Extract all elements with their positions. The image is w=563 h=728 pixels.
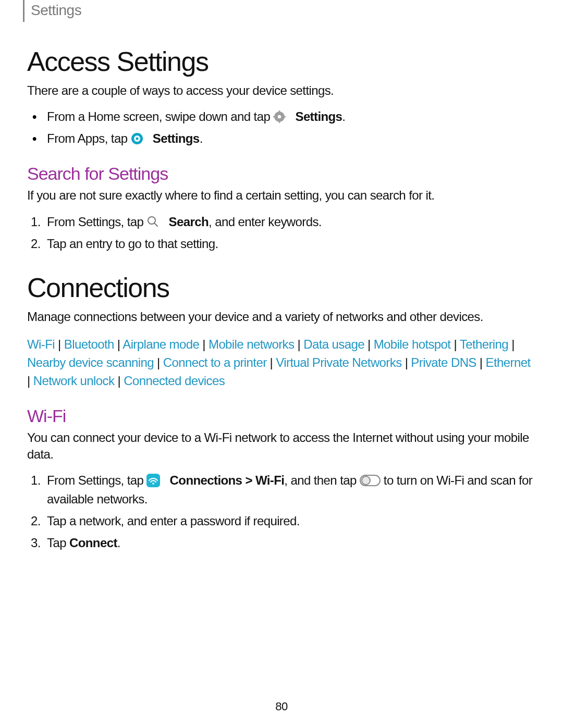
connection-link[interactable]: Network unlock (33, 374, 115, 388)
intro-access-settings: There are a couple of ways to access you… (27, 82, 536, 99)
bold-word: Connect (69, 536, 117, 550)
bold-word: Settings (295, 109, 342, 124)
list-item: From Settings, tap Search, and enter key… (44, 213, 536, 231)
text: . (117, 536, 120, 550)
text: From Settings, tap (47, 215, 146, 229)
connection-link[interactable]: Virtual Private Networks (276, 355, 401, 369)
link-separator: | (154, 355, 163, 369)
page-number: 80 (0, 700, 563, 713)
link-separator: | (114, 374, 124, 388)
svg-rect-3 (279, 121, 280, 123)
text (162, 215, 165, 229)
bold-word: Search (169, 215, 209, 229)
heading-access-settings: Access Settings (27, 46, 536, 77)
link-separator: | (294, 337, 303, 351)
connection-link[interactable]: Wi-Fi (27, 337, 55, 351)
text: . (200, 131, 203, 145)
bold-word: Connections > Wi-Fi (170, 473, 285, 487)
search-steps-list: From Settings, tap Search, and enter key… (44, 213, 536, 253)
svg-rect-5 (284, 116, 286, 118)
list-item: Tap a network, and enter a password if r… (44, 512, 536, 530)
toggle-off-icon (360, 474, 381, 487)
svg-line-10 (154, 223, 157, 226)
link-separator: | (27, 374, 33, 388)
list-item: Tap Connect. (44, 534, 536, 552)
connections-links: Wi-Fi | Bluetooth | Airplane mode | Mobi… (27, 336, 536, 390)
connection-link[interactable]: Mobile networks (209, 337, 294, 351)
text: , and then tap (284, 473, 359, 487)
connection-link[interactable]: Data usage (303, 337, 364, 351)
text: From Apps, tap (47, 131, 130, 145)
intro-connections: Manage connections between your device a… (27, 309, 536, 325)
wifi-steps-list: From Settings, tap Connections > Wi-Fi, … (44, 471, 536, 552)
link-separator: | (402, 355, 411, 369)
text: From Settings, tap (47, 473, 146, 487)
settings-app-icon (131, 132, 143, 145)
connection-link[interactable]: Mobile hotspot (374, 337, 451, 351)
svg-point-12 (153, 483, 155, 485)
connection-link[interactable]: Bluetooth (64, 337, 114, 351)
svg-point-14 (362, 476, 370, 485)
link-separator: | (267, 355, 276, 369)
link-separator: | (450, 337, 459, 351)
search-icon (146, 215, 159, 228)
text: . (342, 109, 345, 124)
access-methods-list: From a Home screen, swipe down and tap S… (44, 107, 536, 148)
connection-link[interactable]: Nearby device scanning (27, 355, 154, 369)
bold-word: Settings (153, 131, 200, 145)
svg-point-8 (136, 138, 138, 140)
connections-icon (146, 474, 160, 487)
link-separator: | (199, 337, 209, 351)
connection-link[interactable]: Ethernet (486, 355, 531, 369)
svg-point-1 (278, 115, 281, 118)
list-item: Tap an entry to go to that setting. (44, 235, 536, 253)
list-item: From Apps, tap Settings. (44, 129, 536, 148)
connection-link[interactable]: Tethering (460, 337, 508, 351)
svg-rect-4 (273, 116, 275, 118)
text: From a Home screen, swipe down and tap (47, 109, 273, 124)
link-separator: | (55, 337, 64, 351)
heading-connections: Connections (27, 272, 536, 303)
svg-rect-2 (279, 110, 280, 113)
connection-link[interactable]: Connected devices (124, 374, 225, 388)
intro-search-settings: If you are not sure exactly where to fin… (27, 187, 536, 204)
connection-link[interactable]: Connect to a printer (163, 355, 267, 369)
gear-icon (273, 110, 286, 123)
text (163, 473, 166, 487)
list-item: From Settings, tap Connections > Wi-Fi, … (44, 471, 536, 509)
list-item: From a Home screen, swipe down and tap S… (44, 107, 536, 126)
manual-page: Settings Access Settings There are a cou… (0, 0, 563, 728)
text (289, 109, 292, 124)
link-separator: | (114, 337, 123, 351)
heading-wifi: Wi-Fi (27, 406, 536, 426)
heading-search-settings: Search for Settings (27, 164, 536, 184)
link-separator: | (364, 337, 374, 351)
intro-wifi: You can connect your device to a Wi-Fi n… (27, 429, 536, 463)
link-separator: | (476, 355, 486, 369)
connection-link[interactable]: Airplane mode (123, 337, 199, 351)
text: , and enter keywords. (209, 215, 322, 229)
link-separator: | (508, 337, 515, 351)
section-tab: Settings (23, 0, 81, 22)
text (146, 131, 150, 145)
text: Tap (47, 536, 69, 550)
connection-link[interactable]: Private DNS (411, 355, 476, 369)
